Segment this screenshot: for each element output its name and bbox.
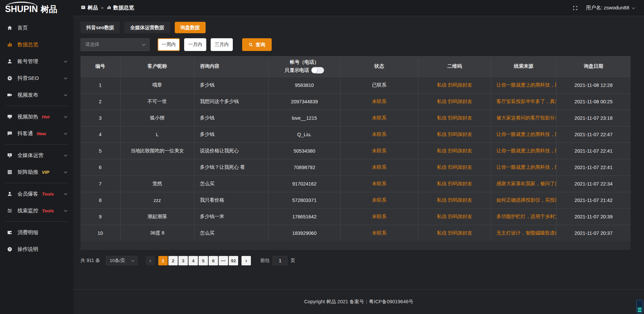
qrcode-link[interactable]: 私信 扫码加好友: [418, 126, 491, 143]
inquiry-table: 编号客户昵称咨询内容帐号（电话）只显示电话状态二维码线索来源询盘日期 1哦章多少…: [80, 56, 631, 250]
page-button[interactable]: 6: [209, 256, 218, 265]
status-badge: 已联系: [340, 77, 418, 93]
logo-text-cn: 树品: [41, 4, 57, 15]
sidebar-item-consume-detail[interactable]: 消费明细: [0, 224, 73, 241]
inquiry-date: 2021-11-08 12:28: [556, 77, 631, 93]
sidebar-item-account[interactable]: 账号管理: [0, 53, 73, 70]
fullscreen-icon[interactable]: [573, 5, 578, 11]
phone-only-toggle[interactable]: [311, 67, 324, 73]
chevron-down-icon: [632, 6, 635, 9]
lead-source-link[interactable]: 让你一眼就爱上的黑科技，能...: [491, 77, 556, 93]
account-phone: 178651642: [269, 208, 340, 225]
status-badge: 未联系: [340, 192, 418, 208]
column-header: 询盘日期: [556, 56, 631, 77]
chevron-down-icon: [64, 208, 67, 212]
customer-nickname: L: [120, 126, 194, 143]
goto-page-input[interactable]: [273, 256, 287, 265]
lead-source-link[interactable]: 感谢大家喜欢我家，被问了好...: [491, 175, 556, 192]
customer-nickname: 36度 8: [120, 225, 194, 241]
qrcode-link[interactable]: 私信 扫码加好友: [418, 93, 491, 110]
range-buttons: 一周内一月内三月内: [158, 38, 237, 51]
lead-source-link[interactable]: 客厅安装投影半年多了，真实...: [491, 93, 556, 110]
lead-source-link[interactable]: 如何正确选择投影仪，买投影...: [491, 192, 556, 208]
sidebar-item-video-heat[interactable]: 视频加热Hot: [0, 108, 73, 125]
account-phone: 917024162: [269, 175, 340, 192]
sidebar-item-home[interactable]: 首页: [0, 19, 73, 36]
breadcrumb-item[interactable]: 数据总览: [107, 4, 134, 11]
sidebar-item-help[interactable]: ?操作说明: [0, 241, 73, 258]
footer: Copyright 树品 2021 备案号：粤ICP备09019646号: [73, 289, 644, 314]
search-button-label: 查询: [256, 42, 265, 48]
qrcode-link[interactable]: 私信 扫码加好友: [418, 110, 491, 126]
status-badge: 未联系: [340, 143, 418, 159]
sidebar-item-matrix-boost[interactable]: 矩阵助推VIP: [0, 164, 73, 180]
page-button[interactable]: 92: [229, 256, 238, 265]
gear-icon: [7, 75, 13, 81]
page-button[interactable]: 2: [168, 256, 178, 265]
page-size-select[interactable]: 10条/页: [106, 256, 138, 265]
data-tabs: 抖音seo数据全媒体运营数据询盘数据: [80, 22, 631, 33]
lead-source-link[interactable]: 多功能护栏灯，适用于乡村文...: [491, 208, 556, 225]
sidebar-menu: 首页数据总览账号管理抖音SEO视频发布视频加热Hot抖客通New全媒体运营矩阵助…: [0, 18, 73, 258]
inquiry-content: 说说价格让我死心: [194, 143, 268, 159]
page-button[interactable]: 1: [158, 256, 168, 265]
range-button[interactable]: 一月内: [184, 38, 206, 51]
table-header: 编号客户昵称咨询内容帐号（电话）只显示电话状态二维码线索来源询盘日期: [80, 56, 631, 77]
lead-source-link[interactable]: 让你一眼就爱上的黑科技，能...: [491, 159, 556, 175]
board-icon: [81, 5, 86, 11]
sidebar-item-label: 全媒体运营: [17, 152, 44, 159]
tab-全媒体运营数据[interactable]: 全媒体运营数据: [124, 22, 170, 33]
account-phone: Q_Liu.: [269, 126, 340, 143]
user-menu[interactable]: 用户名: zswodun88: [586, 5, 635, 11]
column-header: 咨询内容: [194, 56, 268, 77]
sliders-icon: [7, 208, 13, 213]
inquiry-content: 我想问这个多少钱: [194, 93, 268, 110]
lead-source-link[interactable]: 无主灯设计，智能磁吸轨道灯...: [491, 225, 556, 241]
sidebar-item-media-ops[interactable]: 全媒体运营: [0, 147, 73, 164]
status-badge: 未联系: [340, 93, 418, 110]
brand-logo[interactable]: SHUPIN 树品: [0, 0, 73, 18]
sidebar-item-douketong[interactable]: 抖客通New: [0, 125, 73, 142]
sidebar-item-overview[interactable]: 数据总览: [0, 36, 73, 53]
sidebar-item-member-burst[interactable]: 会员爆客Tools: [0, 186, 73, 202]
status-badge: 未联系: [340, 159, 418, 175]
customer-nickname: 狐小狸: [120, 110, 194, 126]
page-button[interactable]: 3: [178, 256, 188, 265]
qrcode-link[interactable]: 私信 扫码加好友: [418, 225, 491, 241]
range-button[interactable]: 三月内: [211, 38, 233, 51]
qrcode-link[interactable]: 私信 扫码加好友: [418, 77, 491, 93]
inquiry-date: 2021-11-07 23:18: [556, 110, 631, 126]
tab-询盘数据[interactable]: 询盘数据: [175, 22, 206, 33]
tab-抖音seo数据[interactable]: 抖音seo数据: [80, 22, 120, 33]
qrcode-link[interactable]: 私信 扫码加好友: [418, 208, 491, 225]
next-page-button[interactable]: ›: [241, 256, 251, 265]
lead-source-link[interactable]: 让你一眼就爱上的黑科技，能...: [491, 143, 556, 159]
lead-source-link[interactable]: 被大家追着问的客厅投影分享...: [491, 110, 556, 126]
page-button[interactable]: 5: [199, 256, 208, 265]
bottom-right-widget[interactable]: [636, 300, 643, 313]
table-row: 9潮起潮落多少钱一米178651642未联系私信 扫码加好友多功能护栏灯，适用于…: [80, 208, 631, 225]
qrcode-link[interactable]: 私信 扫码加好友: [418, 192, 491, 208]
column-header: 状态: [340, 56, 418, 77]
account-phone: 183929060: [269, 225, 340, 241]
qrcode-link[interactable]: 私信 扫码加好友: [418, 159, 491, 175]
sidebar-divider: [5, 144, 68, 145]
sidebar-item-douyin-seo[interactable]: 抖音SEO: [0, 70, 73, 87]
sidebar-item-label: 线索监控: [17, 207, 38, 214]
sidebar-item-clue-monitor[interactable]: 线索监控Tools: [0, 202, 73, 219]
prev-page-button[interactable]: ‹: [146, 256, 155, 265]
qrcode-link[interactable]: 私信 扫码加好友: [418, 143, 491, 159]
page-button[interactable]: 4: [189, 256, 198, 265]
search-button[interactable]: 查询: [242, 38, 272, 51]
lead-source-link[interactable]: 让你一眼就爱上的黑科技，能...: [491, 126, 556, 143]
breadcrumb-item[interactable]: 树品: [81, 4, 98, 11]
range-button[interactable]: 一周内: [158, 38, 180, 51]
page-ellipsis[interactable]: •••: [219, 256, 228, 265]
filter-select[interactable]: 请选择: [80, 38, 150, 51]
sidebar-item-label: 视频加热: [17, 113, 38, 120]
sidebar-item-video-publish[interactable]: 视频发布: [0, 87, 73, 103]
inquiry-date: 2021-11-07 22:41: [556, 159, 631, 175]
qrcode-link[interactable]: 私信 扫码加好友: [418, 175, 491, 192]
customer-nickname: 不可一世: [120, 93, 194, 110]
row-id: 3: [80, 110, 120, 126]
